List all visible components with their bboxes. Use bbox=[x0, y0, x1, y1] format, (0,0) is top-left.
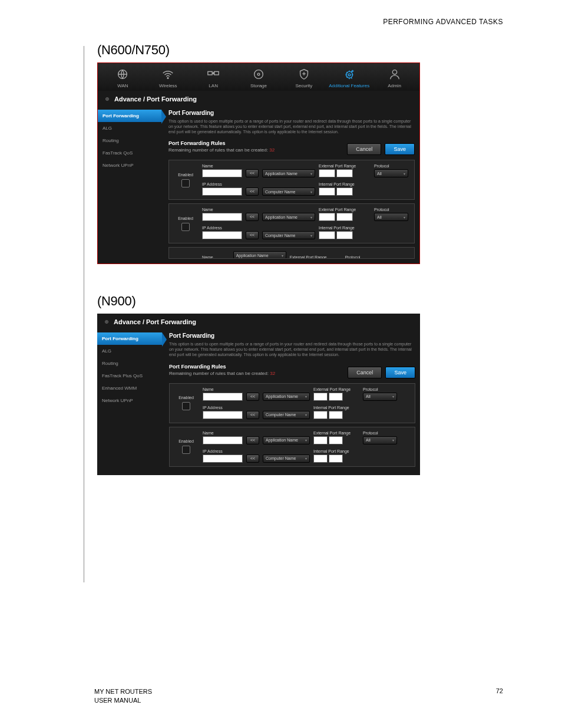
copy-left-button[interactable]: << bbox=[246, 393, 259, 401]
sidebar-item-enhanced-wmm[interactable]: Enhanced WMM bbox=[97, 382, 162, 394]
vertical-divider bbox=[84, 46, 84, 582]
ext-range-label: External Port Range bbox=[319, 164, 371, 168]
sidebar-item-fastrack-qos[interactable]: FasTrack QoS bbox=[98, 147, 161, 159]
enabled-label: Enabled bbox=[178, 439, 194, 443]
computer-name-select[interactable]: Computer Name▾ bbox=[262, 187, 315, 196]
computer-name-select[interactable]: Computer Name▾ bbox=[263, 411, 310, 419]
disc-icon bbox=[250, 68, 267, 81]
save-button[interactable]: Save bbox=[385, 367, 415, 378]
enabled-checkbox[interactable] bbox=[182, 402, 190, 410]
nav-admin[interactable]: Admin bbox=[372, 68, 417, 88]
ip-label: IP Address bbox=[202, 182, 242, 186]
nav-storage[interactable]: Storage bbox=[236, 68, 282, 88]
svg-point-8 bbox=[392, 70, 396, 74]
name-input[interactable] bbox=[202, 169, 242, 177]
application-name-select[interactable]: Application Name▾ bbox=[263, 436, 310, 444]
ext-port-end-input[interactable] bbox=[336, 169, 353, 177]
protocol-select[interactable]: All▾ bbox=[363, 393, 397, 401]
lan-icon bbox=[205, 68, 222, 81]
ip-input[interactable] bbox=[203, 411, 243, 419]
name-input[interactable] bbox=[203, 436, 243, 444]
computer-name-select[interactable]: Computer Name▾ bbox=[262, 231, 315, 239]
footer-doc: USER MANUAL bbox=[94, 696, 152, 704]
copy-left-button[interactable]: << bbox=[246, 169, 259, 177]
enabled-label: Enabled bbox=[178, 396, 194, 400]
footer-product: MY NET ROUTERS bbox=[94, 687, 152, 696]
globe-icon bbox=[114, 68, 131, 81]
cancel-button[interactable]: Cancel bbox=[348, 367, 382, 378]
copy-left-button[interactable]: << bbox=[246, 213, 259, 221]
page-footer: MY NET ROUTERS USER MANUAL 72 bbox=[94, 687, 503, 704]
sidebar-item-network-upnp[interactable]: Network UPnP bbox=[98, 159, 161, 172]
application-name-select[interactable]: Application Name▾ bbox=[262, 213, 315, 221]
cancel-button[interactable]: Cancel bbox=[347, 143, 381, 155]
panel-title: Port Forwarding bbox=[168, 110, 415, 116]
shield-icon bbox=[296, 68, 312, 81]
sidebar-item-fastrack-plus-qos[interactable]: FasTrack Plus QoS bbox=[97, 370, 162, 382]
ip-input[interactable] bbox=[202, 231, 242, 239]
chapter-heading: PERFORMING ADVANCED TASKS bbox=[35, 18, 527, 26]
breadcrumb: Advance / Port Forwarding bbox=[98, 91, 419, 107]
enabled-checkbox[interactable] bbox=[181, 179, 190, 187]
router-ui-n900: Advance / Port Forwarding Port Forwardin… bbox=[97, 314, 420, 475]
sidebar-item-port-forwarding[interactable]: Port Forwarding bbox=[97, 332, 162, 345]
int-port-start-input[interactable] bbox=[319, 187, 335, 196]
gear-icon bbox=[103, 318, 110, 325]
name-input[interactable] bbox=[203, 393, 243, 401]
sidebar: Port Forwarding ALG Routing FasTrack QoS… bbox=[98, 107, 161, 263]
int-range-label: Internal Port Range bbox=[319, 182, 371, 186]
panel-description: This option is used to open multiple por… bbox=[169, 341, 415, 357]
sidebar-item-routing[interactable]: Routing bbox=[98, 134, 161, 147]
router-ui-n600: WAN Wireless LAN Storage Security bbox=[97, 62, 420, 264]
sidebar-item-port-forwarding[interactable]: Port Forwarding bbox=[98, 110, 161, 122]
name-input[interactable] bbox=[202, 213, 242, 221]
main-panel: Port Forwarding This option is used to o… bbox=[161, 107, 419, 263]
panel-title: Port Forwarding bbox=[169, 332, 415, 339]
sidebar: Port Forwarding ALG Routing FasTrack Plu… bbox=[97, 330, 162, 475]
copy-left-button[interactable]: << bbox=[246, 454, 259, 463]
panel-description: This option is used to open multiple por… bbox=[168, 118, 415, 134]
nav-lan[interactable]: LAN bbox=[191, 68, 236, 88]
sidebar-item-routing[interactable]: Routing bbox=[97, 357, 162, 370]
enabled-checkbox[interactable] bbox=[182, 446, 190, 454]
nav-additional-features[interactable]: Additional Features bbox=[326, 68, 372, 88]
sidebar-item-alg[interactable]: ALG bbox=[98, 122, 161, 134]
protocol-select[interactable]: All▾ bbox=[374, 213, 408, 221]
save-button[interactable]: Save bbox=[385, 143, 415, 155]
svg-point-11 bbox=[105, 321, 108, 324]
breadcrumb: Advance / Port Forwarding bbox=[97, 314, 420, 330]
sidebar-item-alg[interactable]: ALG bbox=[97, 345, 162, 357]
main-panel: Port Forwarding This option is used to o… bbox=[162, 330, 420, 475]
rule-row: Name Application Name▾ External Port Ran… bbox=[168, 247, 415, 259]
svg-rect-3 bbox=[214, 71, 219, 75]
application-name-select[interactable]: Application Name▾ bbox=[263, 393, 310, 401]
int-port-end-input[interactable] bbox=[336, 187, 353, 196]
application-name-select[interactable]: Application Name▾ bbox=[233, 251, 286, 259]
svg-point-9 bbox=[106, 98, 109, 101]
top-nav: WAN Wireless LAN Storage Security bbox=[98, 63, 419, 91]
copy-left-button[interactable]: << bbox=[246, 436, 259, 444]
nav-wan[interactable]: WAN bbox=[100, 68, 146, 88]
rule-row: Enabled Name << Application Name▾ Extern… bbox=[168, 203, 415, 243]
copy-left-button[interactable]: << bbox=[246, 411, 259, 419]
svg-point-10 bbox=[107, 98, 108, 100]
gear-icon bbox=[104, 95, 111, 103]
nav-wireless[interactable]: Wireless bbox=[146, 68, 191, 88]
ip-input[interactable] bbox=[203, 454, 243, 463]
section-title-n600: (N600/N750) bbox=[97, 42, 527, 58]
computer-name-select[interactable]: Computer Name▾ bbox=[263, 454, 310, 463]
ip-input[interactable] bbox=[202, 187, 242, 196]
sidebar-item-network-upnp[interactable]: Network UPnP bbox=[97, 394, 162, 407]
ext-port-start-input[interactable] bbox=[319, 169, 335, 177]
copy-left-button[interactable]: << bbox=[246, 187, 259, 196]
rule-row: Enabled Name << Application Name▾ Extern… bbox=[168, 160, 415, 200]
protocol-select[interactable]: All▾ bbox=[374, 169, 408, 177]
name-label: Name bbox=[202, 164, 242, 168]
enabled-checkbox[interactable] bbox=[181, 223, 190, 231]
person-icon bbox=[386, 68, 403, 81]
protocol-select[interactable]: All▾ bbox=[363, 436, 397, 444]
enabled-label: Enabled bbox=[178, 173, 193, 177]
copy-left-button[interactable]: << bbox=[246, 231, 259, 239]
nav-security[interactable]: Security bbox=[281, 68, 326, 88]
application-name-select[interactable]: Application Name▾ bbox=[262, 169, 315, 177]
